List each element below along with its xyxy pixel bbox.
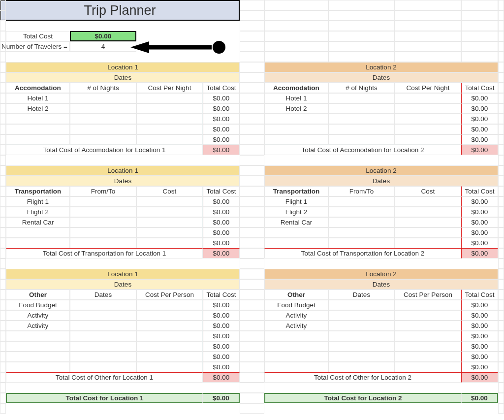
loc2-accom-row-input[interactable]	[395, 93, 461, 103]
loc1-accom-row-empty[interactable]	[136, 114, 203, 124]
loc1-trans-row-input[interactable]	[70, 207, 136, 217]
loc1-other-row-input[interactable]	[136, 310, 203, 321]
loc1-accom-row-empty[interactable]	[136, 124, 203, 134]
loc1-trans-row-input[interactable]	[136, 207, 203, 217]
loc2-other-row-input[interactable]	[328, 310, 395, 321]
loc2-other-row-empty[interactable]	[264, 331, 328, 341]
loc2-other-row-input[interactable]	[328, 300, 395, 310]
loc2-other-row-empty[interactable]	[328, 331, 395, 341]
loc2-other-row-label[interactable]: Activity	[264, 310, 328, 321]
loc2-accom-row-label[interactable]: Hotel 2	[264, 103, 328, 114]
loc1-other-row-empty[interactable]	[136, 362, 203, 372]
loc1-other-row-empty[interactable]	[6, 362, 70, 372]
loc1-accom-row-empty[interactable]	[6, 124, 70, 134]
loc1-trans-row-empty[interactable]	[6, 227, 70, 238]
loc2-accom-row-empty[interactable]	[328, 124, 395, 134]
loc1-trans-row-empty[interactable]	[70, 227, 136, 238]
loc2-accom-row-input[interactable]	[395, 103, 461, 114]
loc1-accom-row-empty[interactable]	[70, 114, 136, 124]
loc1-trans-row-empty[interactable]	[136, 227, 203, 238]
loc2-other-row-empty[interactable]	[395, 331, 461, 341]
loc1-other-row-empty[interactable]	[70, 331, 136, 341]
loc1-trans-row-label[interactable]: Flight 2	[6, 207, 70, 217]
loc1-accom-row-input[interactable]	[136, 93, 203, 103]
loc1-other-row-empty[interactable]	[136, 352, 203, 362]
loc2-trans-row-empty[interactable]	[395, 238, 461, 248]
loc1-other-row-input[interactable]	[70, 300, 136, 310]
loc1-accom-row-empty[interactable]	[6, 134, 70, 145]
loc2-trans-row-label[interactable]: Flight 2	[264, 207, 328, 217]
loc1-trans-row-input[interactable]	[136, 217, 203, 227]
loc2-other-row-empty[interactable]	[328, 341, 395, 352]
loc2-trans-row-label[interactable]: Rental Car	[264, 217, 328, 227]
loc1-other-row-label[interactable]: Activity	[6, 321, 70, 331]
loc2-accom-row-input[interactable]	[328, 103, 395, 114]
loc1-other-row-empty[interactable]	[70, 341, 136, 352]
loc2-trans-row-input[interactable]	[395, 207, 461, 217]
loc2-trans-row-label[interactable]: Flight 1	[264, 196, 328, 207]
loc2-other-row-empty[interactable]	[395, 341, 461, 352]
loc1-accom-row-empty[interactable]	[6, 114, 70, 124]
loc2-other-row-input[interactable]	[328, 321, 395, 331]
loc1-accom-row-input[interactable]	[136, 103, 203, 114]
loc1-trans-row-empty[interactable]	[6, 238, 70, 248]
loc1-other-row-empty[interactable]	[136, 331, 203, 341]
loc2-accom-row-empty[interactable]	[328, 114, 395, 124]
loc2-trans-row-empty[interactable]	[328, 238, 395, 248]
loc1-other-row-label[interactable]: Food Budget	[6, 300, 70, 310]
loc2-trans-row-input[interactable]	[395, 196, 461, 207]
loc1-other-row-empty[interactable]	[70, 352, 136, 362]
loc1-other-row-input[interactable]	[136, 321, 203, 331]
loc1-accom-row-input[interactable]	[70, 103, 136, 114]
num-travelers-input[interactable]: 4	[70, 41, 136, 52]
loc2-accom-row-input[interactable]	[328, 93, 395, 103]
loc1-other-row-empty[interactable]	[136, 341, 203, 352]
loc2-trans-row-input[interactable]	[328, 217, 395, 227]
loc2-other-row-empty[interactable]	[264, 341, 328, 352]
loc2-accom-row-label[interactable]: Hotel 1	[264, 93, 328, 103]
loc1-other-row-label[interactable]: Activity	[6, 310, 70, 321]
loc1-other-row-empty[interactable]	[6, 331, 70, 341]
loc1-trans-row-label[interactable]: Rental Car	[6, 217, 70, 227]
loc1-trans-row-input[interactable]	[70, 196, 136, 207]
loc1-accom-row-empty[interactable]	[70, 124, 136, 134]
loc2-accom-row-empty[interactable]	[395, 134, 461, 145]
loc1-accom-row-label[interactable]: Hotel 1	[6, 93, 70, 103]
loc2-other-row-input[interactable]	[395, 321, 461, 331]
loc2-other-row-empty[interactable]	[264, 352, 328, 362]
loc2-other-row-input[interactable]	[395, 300, 461, 310]
loc1-trans-row-empty[interactable]	[136, 238, 203, 248]
loc2-accom-row-empty[interactable]	[264, 114, 328, 124]
loc2-accom-row-empty[interactable]	[264, 134, 328, 145]
loc1-trans-row-label[interactable]: Flight 1	[6, 196, 70, 207]
loc2-accom-row-empty[interactable]	[395, 114, 461, 124]
loc2-other-row-label[interactable]: Food Budget	[264, 300, 328, 310]
loc2-trans-row-input[interactable]	[328, 207, 395, 217]
loc1-trans-row-input[interactable]	[136, 196, 203, 207]
loc2-other-row-input[interactable]	[395, 310, 461, 321]
loc2-trans-row-empty[interactable]	[328, 227, 395, 238]
loc2-other-row-label[interactable]: Activity	[264, 321, 328, 331]
loc1-accom-row-empty[interactable]	[70, 134, 136, 145]
loc2-trans-row-input[interactable]	[395, 217, 461, 227]
loc1-accom-row-empty[interactable]	[136, 134, 203, 145]
loc2-trans-row-empty[interactable]	[264, 238, 328, 248]
loc1-trans-row-empty[interactable]	[70, 238, 136, 248]
loc2-accom-row-empty[interactable]	[264, 124, 328, 134]
loc2-accom-row-empty[interactable]	[395, 124, 461, 134]
loc1-trans-row-input[interactable]	[70, 217, 136, 227]
loc2-other-row-empty[interactable]	[395, 352, 461, 362]
loc1-other-row-empty[interactable]	[6, 352, 70, 362]
loc2-other-row-empty[interactable]	[328, 362, 395, 372]
loc2-other-row-empty[interactable]	[264, 362, 328, 372]
loc1-other-row-empty[interactable]	[70, 362, 136, 372]
loc2-trans-row-empty[interactable]	[395, 227, 461, 238]
loc2-trans-row-empty[interactable]	[264, 227, 328, 238]
loc1-other-row-input[interactable]	[136, 300, 203, 310]
loc2-other-row-empty[interactable]	[328, 352, 395, 362]
loc1-other-row-input[interactable]	[70, 321, 136, 331]
loc1-accom-row-label[interactable]: Hotel 2	[6, 103, 70, 114]
loc2-other-row-empty[interactable]	[395, 362, 461, 372]
loc1-accom-row-input[interactable]	[70, 93, 136, 103]
loc2-accom-row-empty[interactable]	[328, 134, 395, 145]
